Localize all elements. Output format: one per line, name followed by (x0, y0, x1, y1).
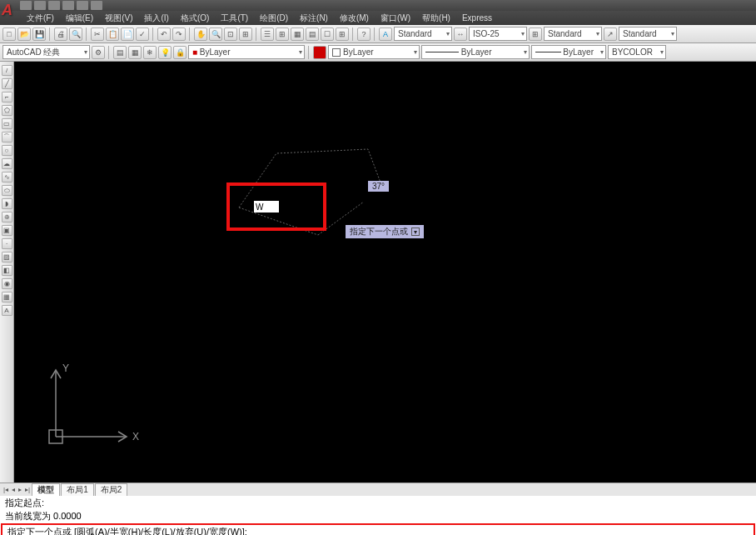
color-dropdown[interactable]: ByLayer (328, 45, 420, 59)
layer-states-icon[interactable]: ▦ (128, 46, 142, 59)
menu-tools[interactable]: 工具(T) (216, 12, 253, 24)
color-value: ByLayer (343, 48, 374, 57)
qat-print-icon[interactable] (62, 1, 74, 10)
workspace-settings-icon[interactable]: ⚙ (92, 46, 105, 59)
gradient-tool[interactable]: ◧ (2, 265, 12, 276)
markup-button[interactable]: ☐ (321, 28, 334, 41)
tab-model[interactable]: 模型 (32, 483, 60, 496)
region-tool[interactable]: ◉ (2, 278, 12, 289)
drawing-canvas[interactable]: W 37° 指定下一个点或 ▾ Y X (14, 62, 756, 482)
plot-button[interactable]: 🖨 (54, 28, 67, 41)
text-style-dropdown[interactable]: Standard (394, 27, 452, 41)
command-window[interactable]: 指定起点: 当前线宽为 0.0000 指定下一个点或 [圆弧(A)/半宽(H)/… (0, 496, 756, 535)
qat-save-icon[interactable] (48, 1, 60, 10)
tab-next-icon[interactable]: ▸ (17, 486, 23, 493)
spline-tool[interactable]: ∿ (2, 172, 12, 182)
layer-lock-icon[interactable]: 🔒 (173, 46, 187, 59)
calc-button[interactable]: ⊞ (336, 28, 349, 41)
mleader-style-dropdown[interactable]: Standard (619, 27, 677, 41)
menu-view[interactable]: 视图(V) (100, 12, 137, 24)
qat-undo-icon[interactable] (77, 1, 88, 10)
match-button[interactable]: ✓ (136, 28, 149, 41)
tablestyle-icon[interactable]: ⊞ (529, 28, 542, 41)
polygon-tool[interactable]: ⬠ (2, 105, 12, 116)
qat-new-icon[interactable] (20, 1, 32, 10)
dim-style-dropdown[interactable]: ISO-25 (469, 27, 527, 41)
tab-layout2[interactable]: 布局2 (95, 483, 128, 496)
menu-format[interactable]: 格式(O) (176, 12, 214, 24)
dynamic-input[interactable]: W (254, 201, 279, 212)
menu-insert[interactable]: 插入(I) (139, 12, 173, 24)
menu-edit[interactable]: 编辑(E) (61, 12, 98, 24)
arc-tool[interactable]: ⌒ (2, 132, 12, 142)
separator (374, 28, 376, 41)
new-button[interactable]: □ (2, 28, 16, 41)
layer-freeze-icon[interactable]: ❄ (143, 46, 157, 59)
layer-icon[interactable]: ▤ (113, 46, 127, 59)
layer-off-icon[interactable]: 💡 (158, 46, 172, 59)
cut-button[interactable]: ✂ (91, 28, 104, 41)
tab-last-icon[interactable]: ▸| (23, 486, 32, 493)
lineweight-dropdown[interactable]: ByLayer (531, 45, 606, 59)
undo-button[interactable]: ↶ (157, 28, 171, 41)
mleaderstyle-icon[interactable]: ↗ (604, 28, 617, 41)
zoom-button[interactable]: 🔍 (209, 28, 222, 41)
zoom-window-button[interactable]: ⊡ (224, 28, 237, 41)
color-icon[interactable] (313, 46, 326, 59)
open-button[interactable]: 📂 (17, 28, 31, 41)
separator (152, 28, 154, 41)
main-area: / ╱ ⌐ ⬠ ▭ ⌒ ○ ☁ ∿ ⬭ ◗ ⊕ ▣ · ▨ ◧ ◉ ▦ A W … (0, 62, 756, 482)
table-style-dropdown[interactable]: Standard (544, 27, 602, 41)
menu-window[interactable]: 窗口(W) (376, 12, 415, 24)
quick-access-toolbar (20, 1, 102, 10)
separator (49, 28, 51, 41)
menu-bar: 文件(F) 编辑(E) 视图(V) 插入(I) 格式(O) 工具(T) 绘图(D… (0, 11, 756, 25)
menu-express[interactable]: Express (457, 13, 497, 22)
dimstyle-icon[interactable]: ↔ (454, 28, 467, 41)
insert-tool[interactable]: ⊕ (2, 212, 12, 222)
rectangle-tool[interactable]: ▭ (2, 118, 12, 129)
pline-tool[interactable]: ⌐ (2, 92, 12, 102)
point-tool[interactable]: · (2, 238, 12, 249)
pan-button[interactable]: ✋ (194, 28, 207, 41)
xline-tool[interactable]: ╱ (2, 78, 12, 89)
workspace-dropdown[interactable]: AutoCAD 经典 (2, 45, 90, 59)
qat-open-icon[interactable] (34, 1, 46, 10)
dynamic-prompt: 指定下一个点或 ▾ (346, 225, 424, 238)
ellipse-tool[interactable]: ⬭ (2, 185, 12, 196)
menu-dimension[interactable]: 标注(N) (295, 12, 333, 24)
revcloud-tool[interactable]: ☁ (2, 158, 12, 169)
linetype-dropdown[interactable]: ByLayer (421, 45, 530, 59)
paste-button[interactable]: 📄 (121, 28, 134, 41)
command-prompt[interactable]: 指定下一个点或 [圆弧(A)/半宽(H)/长度(L)/放弃(U)/宽度(W)]: (1, 523, 755, 535)
circle-tool[interactable]: ○ (2, 145, 12, 156)
design-center-button[interactable]: ⊞ (276, 28, 289, 41)
menu-help[interactable]: 帮助(H) (417, 12, 455, 24)
tab-layout1[interactable]: 布局1 (61, 483, 94, 496)
layer-dropdown[interactable]: ■ ByLayer (188, 45, 305, 59)
menu-draw[interactable]: 绘图(D) (255, 12, 293, 24)
copy-button[interactable]: 📋 (106, 28, 119, 41)
menu-modify[interactable]: 修改(M) (335, 12, 374, 24)
preview-button[interactable]: 🔍 (69, 28, 82, 41)
down-arrow-icon[interactable]: ▾ (411, 228, 420, 236)
ellipse-arc-tool[interactable]: ◗ (2, 198, 12, 209)
zoom-prev-button[interactable]: ⊞ (239, 28, 252, 41)
save-button[interactable]: 💾 (32, 28, 46, 41)
properties-button[interactable]: ☰ (261, 28, 274, 41)
table-tool[interactable]: ▦ (2, 292, 12, 302)
sheet-set-button[interactable]: ▤ (306, 28, 319, 41)
line-tool[interactable]: / (2, 65, 12, 76)
help-button[interactable]: ? (357, 28, 371, 41)
redo-button[interactable]: ↷ (172, 28, 186, 41)
plotstyle-dropdown[interactable]: BYCOLOR (608, 45, 666, 59)
textstyle-icon[interactable]: A (379, 28, 392, 41)
tool-palette-button[interactable]: ▦ (291, 28, 304, 41)
tab-first-icon[interactable]: |◂ (2, 486, 10, 493)
qat-redo-icon[interactable] (91, 1, 102, 10)
block-tool[interactable]: ▣ (2, 225, 12, 236)
hatch-tool[interactable]: ▨ (2, 252, 12, 262)
menu-file[interactable]: 文件(F) (22, 12, 59, 24)
tab-prev-icon[interactable]: ◂ (10, 486, 17, 493)
mtext-tool[interactable]: A (2, 305, 12, 316)
